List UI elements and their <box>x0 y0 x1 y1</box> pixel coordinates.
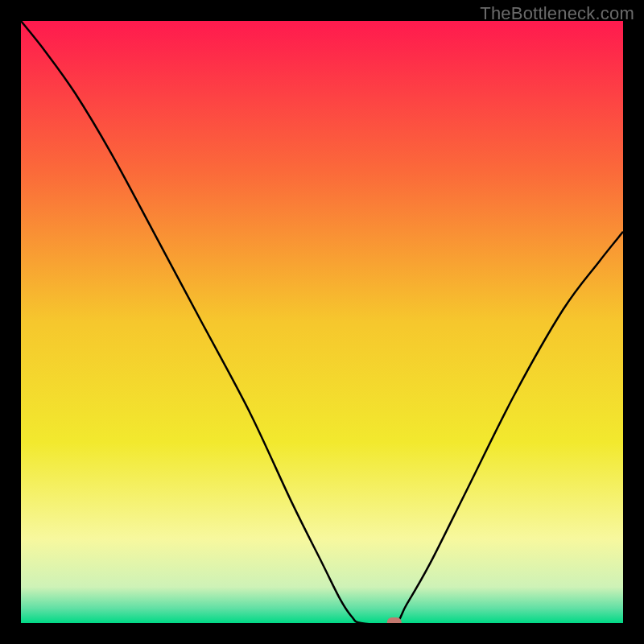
chart-marker <box>387 617 402 623</box>
chart-plot-area <box>21 21 623 623</box>
chart-svg <box>21 21 623 623</box>
chart-background <box>21 21 623 623</box>
watermark-text: TheBottleneck.com <box>480 3 634 24</box>
